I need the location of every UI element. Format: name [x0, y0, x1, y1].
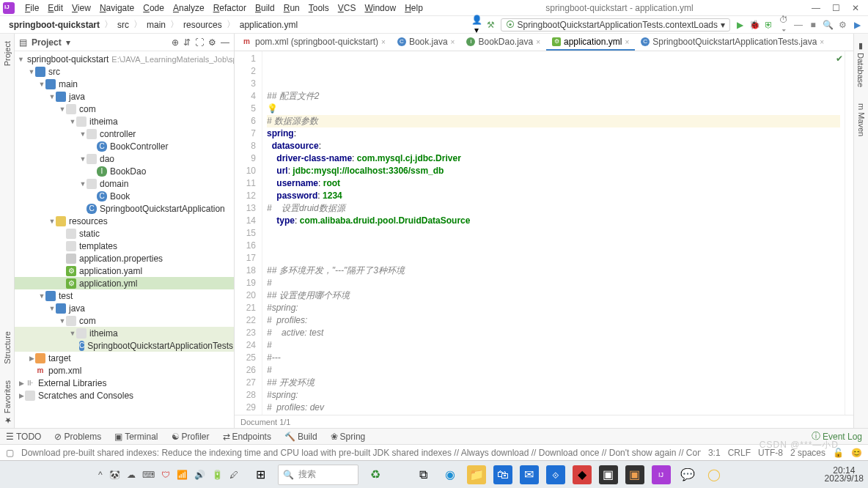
ai-icon[interactable]: 😊	[851, 448, 862, 458]
tree-node[interactable]: ▼resources	[15, 215, 234, 227]
editor-tab[interactable]: application.yml×	[546, 34, 635, 51]
error-stripe[interactable]	[845, 51, 853, 415]
tree-node[interactable]: ▼main	[15, 78, 234, 90]
app1-icon[interactable]: ◆	[573, 465, 592, 484]
tree-node[interactable]: ▼java	[15, 90, 234, 103]
coverage-icon[interactable]: ⛨	[764, 20, 774, 30]
editor-tab[interactable]: Book.java×	[391, 34, 461, 51]
problems-tab[interactable]: ⊘ Problems	[54, 432, 101, 442]
tree-node[interactable]: ▼com	[15, 314, 234, 327]
menu-edit[interactable]: Edit	[43, 1, 67, 15]
tree-node[interactable]: Book	[15, 190, 234, 202]
tree-node[interactable]: ▼controller	[15, 127, 234, 140]
recycle-icon[interactable]: ♻	[366, 465, 385, 484]
tree-node[interactable]: application.properties	[15, 252, 234, 265]
run-icon[interactable]: ▶	[735, 20, 745, 30]
tree-node[interactable]: ▼com	[15, 103, 234, 115]
editor-tab[interactable]: BookDao.java×	[460, 34, 546, 51]
tree-node[interactable]: BookDao	[15, 165, 234, 177]
menu-refactor[interactable]: Refactor	[209, 1, 251, 15]
app2-icon[interactable]: ▣	[599, 465, 618, 484]
project-tool-tab[interactable]: Project	[2, 38, 12, 69]
editor-tab[interactable]: SpringbootQuickstartApplicationTests.jav…	[635, 34, 830, 51]
app4-icon[interactable]: ◯	[705, 465, 724, 484]
menu-build[interactable]: Build	[251, 1, 279, 15]
todo-tab[interactable]: ☰ TODO	[6, 432, 41, 442]
menu-window[interactable]: Window	[360, 1, 400, 15]
line-gutter[interactable]: 1234567891011121314151617181920212223242…	[235, 51, 262, 415]
status-icon[interactable]: ▢	[6, 448, 14, 458]
learn-icon[interactable]: ▶	[852, 20, 862, 30]
menu-code[interactable]: Code	[139, 1, 169, 15]
stop-icon[interactable]: ■	[808, 20, 818, 30]
hide-panel-icon[interactable]: —	[221, 37, 229, 48]
tree-node[interactable]: ▼src	[15, 65, 234, 78]
run-config-selector[interactable]: ⦿ SpringbootQuickstartApplicationTests.c…	[501, 18, 731, 32]
tree-node[interactable]: BookController	[15, 140, 234, 152]
menu-tools[interactable]: Tools	[304, 1, 334, 15]
user-icon[interactable]: 👤▾	[471, 15, 482, 35]
project-view-selector[interactable]: Project	[32, 37, 62, 48]
taskview-icon[interactable]: ⧉	[414, 465, 433, 484]
system-tray[interactable]: ^🐼☁⌨🛡📶🔊🔋🖊	[98, 470, 238, 480]
breadcrumb-item[interactable]: main	[144, 19, 169, 31]
taskbar-search[interactable]: 🔍 搜索	[278, 465, 358, 485]
dash-icon[interactable]: —	[793, 20, 803, 30]
tree-node[interactable]: SpringbootQuickstartApplication	[15, 202, 234, 215]
profiler-run-icon[interactable]: ⏱▾	[779, 15, 789, 35]
breadcrumb-item[interactable]: springboot-quickstart	[6, 19, 103, 31]
favorites-tool-tab[interactable]: ★ Favorites	[1, 377, 12, 428]
tree-node[interactable]: SpringbootQuickstartApplicationTests	[15, 339, 234, 352]
minimize-icon[interactable]: —	[812, 3, 820, 13]
debug-icon[interactable]: 🐞	[749, 20, 760, 30]
settings-gear-icon[interactable]: ⚙	[208, 37, 216, 48]
app3-icon[interactable]: ▣	[625, 465, 644, 484]
select-opened-icon[interactable]: ⊕	[172, 37, 179, 48]
tree-node[interactable]: application.yaml	[15, 265, 234, 277]
profiler-tab[interactable]: ☯ Profiler	[172, 432, 210, 442]
menu-run[interactable]: Run	[279, 1, 304, 15]
status-message[interactable]: Download pre-built shared indexes: Reduc…	[21, 448, 701, 458]
menu-navigate[interactable]: Navigate	[95, 1, 139, 15]
collapse-all-icon[interactable]: ⛶	[195, 37, 204, 48]
mail-icon[interactable]: ✉	[520, 465, 539, 484]
breadcrumb-item[interactable]: resources	[180, 19, 225, 31]
tree-node[interactable]: ▼springboot-quickstartE:\JAVA_LearningMa…	[15, 53, 234, 65]
spring-tab[interactable]: ❀ Spring	[331, 432, 366, 442]
maximize-icon[interactable]: ☐	[832, 3, 840, 13]
vscode-icon[interactable]: ⟐	[546, 465, 565, 484]
menu-help[interactable]: Help	[400, 1, 427, 15]
breadcrumb-item[interactable]: src	[114, 19, 132, 31]
tree-node[interactable]: mpom.xml	[15, 364, 234, 377]
taskbar-clock[interactable]: 20:142023/9/18	[825, 467, 864, 483]
expand-all-icon[interactable]: ⇵	[183, 37, 191, 48]
build-hammer-icon[interactable]: ⚒	[486, 20, 496, 30]
project-tree[interactable]: ▼springboot-quickstartE:\JAVA_LearningMa…	[15, 51, 234, 428]
close-icon[interactable]: ✕	[852, 3, 859, 13]
start-menu-icon[interactable]: ⊞	[251, 465, 271, 484]
tree-node[interactable]: ▼itheima	[15, 115, 234, 127]
tree-node[interactable]: ▼dao	[15, 152, 234, 165]
tree-node[interactable]: ▼domain	[15, 177, 234, 190]
store-icon[interactable]: 🛍	[493, 465, 512, 484]
menu-analyze[interactable]: Analyze	[169, 1, 209, 15]
line-separator[interactable]: CRLF	[728, 448, 751, 458]
tree-node[interactable]: ▼itheima	[15, 327, 234, 339]
database-tool-tab[interactable]: ▮ Database	[856, 38, 867, 90]
search-icon[interactable]: 🔍	[823, 20, 833, 30]
tree-node[interactable]: ▶⊪External Libraries	[15, 377, 234, 389]
tree-node[interactable]: ▶Scratches and Consoles	[15, 389, 234, 402]
wechat-icon[interactable]: 💬	[678, 465, 697, 484]
terminal-tab[interactable]: ▣ Terminal	[114, 432, 158, 442]
explorer-icon[interactable]: 📁	[467, 465, 486, 484]
edge-icon[interactable]: ◉	[441, 465, 460, 484]
tree-node[interactable]: application.yml	[15, 277, 234, 289]
tree-node[interactable]: templates	[15, 240, 234, 252]
gear-icon[interactable]: ⚙	[837, 20, 847, 30]
breadcrumb-item[interactable]: application.yml	[237, 19, 301, 31]
editor-tab[interactable]: mpom.xml (springboot-quickstart)×	[238, 34, 391, 51]
build-tab[interactable]: 🔨 Build	[284, 432, 317, 442]
intellij-taskbar-icon[interactable]: IJ	[652, 465, 671, 484]
endpoints-tab[interactable]: ⇄ Endpoints	[223, 432, 271, 442]
tree-node[interactable]: ▶target	[15, 352, 234, 364]
